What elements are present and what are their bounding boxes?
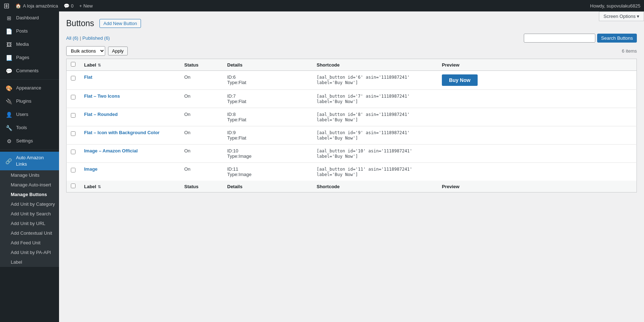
items-count: 6 items bbox=[622, 48, 637, 54]
tools-icon: 🔧 bbox=[5, 124, 13, 132]
site-name[interactable]: 🏠 A loja amazônica bbox=[15, 3, 58, 9]
media-icon: 🖼 bbox=[5, 41, 13, 48]
row-shortcode-2: [aal_button id='8' asin='1118987241' lab… bbox=[312, 108, 438, 126]
row-label-1: Flat – Two Icons bbox=[80, 90, 180, 108]
add-new-button[interactable]: Add New Button bbox=[99, 19, 141, 28]
row-select-5[interactable] bbox=[71, 168, 75, 172]
filter-published[interactable]: Published (6) bbox=[82, 35, 110, 41]
settings-icon: ⚙ bbox=[5, 137, 13, 145]
filter-all[interactable]: All (6) bbox=[66, 35, 78, 41]
table-row: Flat – Two Icons On ID:7 Type:Flat [aal_… bbox=[67, 90, 637, 108]
row-checkbox-0 bbox=[67, 71, 80, 90]
apply-button[interactable]: Apply bbox=[108, 47, 128, 55]
row-select-4[interactable] bbox=[71, 150, 75, 154]
posts-icon: 📄 bbox=[5, 28, 13, 35]
row-details-id-5: ID:11 bbox=[227, 166, 308, 172]
row-select-0[interactable] bbox=[71, 76, 75, 80]
submenu-add-contextual-unit[interactable]: Add Contextual Unit bbox=[0, 228, 59, 238]
page-title: Buttons bbox=[66, 19, 94, 28]
row-checkbox-4 bbox=[67, 145, 80, 163]
sidebar-item-pages[interactable]: 📃Pages bbox=[0, 51, 59, 64]
row-title-4[interactable]: Image – Amazon Official bbox=[84, 148, 138, 153]
shortcode-text-5: [aal_button id='11' asin='1118987241' la… bbox=[317, 167, 412, 177]
row-details-type-4: Type:Image bbox=[227, 153, 308, 159]
row-label-0: Flat bbox=[80, 71, 180, 90]
row-status-5: On bbox=[180, 163, 223, 181]
comments-icon: 💬 bbox=[5, 67, 13, 75]
row-preview-0: Buy Now bbox=[438, 71, 637, 90]
submenu-add-unit-by-pa-api[interactable]: Add Unit by PA-API bbox=[0, 248, 59, 257]
col-header-label: Label ⇅ bbox=[80, 59, 180, 71]
row-title-0[interactable]: Flat bbox=[84, 74, 92, 80]
submenu-add-feed-unit[interactable]: Add Feed Unit bbox=[0, 238, 59, 248]
row-details-2: ID:8 Type:Flat bbox=[223, 108, 312, 126]
row-select-3[interactable] bbox=[71, 131, 75, 136]
row-title-1[interactable]: Flat – Two Icons bbox=[84, 93, 120, 99]
preview-buy-now-button[interactable]: Buy Now bbox=[442, 74, 478, 86]
comments-link[interactable]: 💬 0 bbox=[64, 3, 73, 9]
row-shortcode-0: [aal_button id='6' asin='1118987241' lab… bbox=[312, 71, 438, 90]
row-details-3: ID:9 Type:Flat bbox=[223, 126, 312, 145]
row-title-5[interactable]: Image bbox=[84, 166, 98, 172]
col-footer-details: Details bbox=[223, 181, 312, 192]
sidebar-item-auto-amazon-links[interactable]: 🔗 Auto Amazon Links bbox=[0, 152, 59, 170]
bulk-actions-select[interactable]: Bulk actions bbox=[66, 46, 105, 56]
table-row: Image – Amazon Official On ID:10 Type:Im… bbox=[67, 145, 637, 163]
row-details-type-5: Type:Image bbox=[227, 172, 308, 177]
col-footer-status: Status bbox=[180, 181, 223, 192]
row-select-1[interactable] bbox=[71, 95, 75, 99]
row-status-1: On bbox=[180, 90, 223, 108]
sidebar-item-appearance[interactable]: 🎨Appearance bbox=[0, 82, 59, 95]
row-details-id-2: ID:8 bbox=[227, 112, 308, 117]
search-buttons-button[interactable]: Search Buttons bbox=[597, 34, 637, 43]
label-sort-icon[interactable]: ⇅ bbox=[98, 63, 101, 67]
search-input[interactable] bbox=[524, 34, 595, 43]
submenu-add-unit-by-search[interactable]: Add Unit by Search bbox=[0, 209, 59, 219]
row-checkbox-5 bbox=[67, 163, 80, 181]
sidebar-item-settings[interactable]: ⚙Settings bbox=[0, 135, 59, 148]
row-details-id-3: ID:9 bbox=[227, 130, 308, 135]
dashboard-icon: ⊞ bbox=[5, 14, 13, 22]
row-details-id-1: ID:7 bbox=[227, 93, 308, 99]
row-details-4: ID:10 Type:Image bbox=[223, 145, 312, 163]
col-header-preview: Preview bbox=[438, 59, 637, 71]
col-footer-checkbox bbox=[67, 181, 80, 192]
submenu-manage-auto-insert[interactable]: Manage Auto-insert bbox=[0, 180, 59, 190]
admin-bar: ⊞ 🏠 A loja amazônica 💬 0 + New Howdy, su… bbox=[0, 0, 644, 11]
row-status-3: On bbox=[180, 126, 223, 145]
submenu-manage-units[interactable]: Manage Units bbox=[0, 170, 59, 180]
select-all-footer-checkbox[interactable] bbox=[71, 184, 75, 188]
submenu-manage-buttons[interactable]: Manage Buttons bbox=[0, 190, 59, 199]
row-title-3[interactable]: Flat – Icon with Background Color bbox=[84, 130, 160, 135]
table-row: Flat – Icon with Background Color On ID:… bbox=[67, 126, 637, 145]
shortcode-text-2: [aal_button id='8' asin='1118987241' lab… bbox=[317, 112, 410, 122]
row-title-2[interactable]: Flat – Rounded bbox=[84, 112, 118, 117]
row-preview-1 bbox=[438, 90, 637, 108]
sidebar-item-media[interactable]: 🖼Media bbox=[0, 38, 59, 51]
sidebar-item-dashboard[interactable]: ⊞Dashboard bbox=[0, 11, 59, 25]
footer-label-sort-icon[interactable]: ⇅ bbox=[98, 185, 101, 189]
sidebar-item-plugins[interactable]: 🔌Plugins bbox=[0, 95, 59, 108]
submenu-add-unit-by-category[interactable]: Add Unit by Category bbox=[0, 199, 59, 209]
shortcode-text-0: [aal_button id='6' asin='1118987241' lab… bbox=[317, 75, 410, 85]
row-preview-3 bbox=[438, 126, 637, 145]
submenu-label[interactable]: Label bbox=[0, 257, 59, 267]
filter-bar: All (6) | Published (6) Search Buttons bbox=[66, 34, 637, 43]
row-preview-2 bbox=[438, 108, 637, 126]
sidebar-item-users[interactable]: 👤Users bbox=[0, 108, 59, 121]
row-details-id-4: ID:10 bbox=[227, 148, 308, 153]
row-shortcode-4: [aal_button id='10' asin='1118987241' la… bbox=[312, 145, 438, 163]
shortcode-text-4: [aal_button id='10' asin='1118987241' la… bbox=[317, 148, 412, 159]
shortcode-text-3: [aal_button id='9' asin='1118987241' lab… bbox=[317, 130, 410, 141]
sidebar-item-comments[interactable]: 💬Comments bbox=[0, 64, 59, 78]
new-content-link[interactable]: + New bbox=[79, 3, 93, 9]
select-all-checkbox[interactable] bbox=[71, 62, 75, 67]
sidebar-item-tools[interactable]: 🔧Tools bbox=[0, 121, 59, 135]
sidebar-item-posts[interactable]: 📄Posts bbox=[0, 25, 59, 38]
row-select-2[interactable] bbox=[71, 113, 75, 118]
submenu-add-unit-by-url[interactable]: Add Unit by URL bbox=[0, 219, 59, 228]
table-row: Flat – Rounded On ID:8 Type:Flat [aal_bu… bbox=[67, 108, 637, 126]
col-header-checkbox bbox=[67, 59, 80, 71]
wp-logo: ⊞ bbox=[4, 1, 10, 10]
screen-options-button[interactable]: Screen Options ▾ bbox=[599, 11, 644, 21]
